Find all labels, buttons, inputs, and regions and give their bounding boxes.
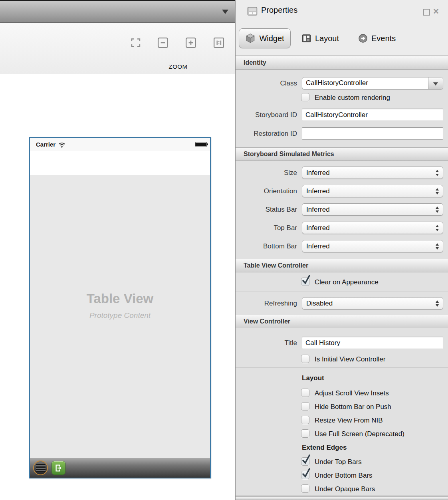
status-bar-value: Inferred — [306, 206, 330, 213]
tab-widget-label: Widget — [259, 34, 284, 43]
exit-segue-icon[interactable] — [52, 461, 65, 475]
battery-icon — [195, 142, 207, 147]
stepper-icon — [436, 170, 439, 176]
under-opaque-bars-label: Under Opaque Bars — [315, 485, 375, 493]
hide-bottom-bar-on-push-checkbox[interactable] — [301, 402, 309, 411]
layout-group-heading: Layout — [302, 374, 324, 383]
section-divider — [236, 367, 448, 368]
under-bottom-bars-checkbox[interactable] — [301, 471, 309, 479]
zoom-in-button[interactable] — [185, 37, 196, 48]
refreshing-popup[interactable]: Disabled — [302, 297, 443, 310]
tab-layout[interactable]: Layout — [301, 31, 339, 46]
section-header-label: Storyboard Simulated Metrics — [244, 148, 334, 160]
status-bar: Carrier — [30, 138, 210, 151]
stepper-icon — [436, 188, 439, 194]
enable-custom-rendering-checkbox[interactable] — [301, 93, 309, 101]
size-label: Size — [236, 169, 297, 177]
zoom-out-icon — [157, 37, 168, 48]
section-header-table-view-controller: Table View Controller — [236, 259, 448, 272]
stepper-icon — [436, 300, 439, 307]
refreshing-value: Disabled — [306, 300, 333, 307]
combo-dropdown-button[interactable] — [428, 77, 443, 89]
zoom-actual-size-button[interactable] — [213, 37, 224, 48]
chevron-down-icon[interactable] — [222, 10, 228, 14]
orientation-value: Inferred — [306, 187, 330, 195]
bottom-bar-label: Bottom Bar — [236, 242, 297, 250]
class-combobox[interactable]: CallHistoryController — [302, 77, 443, 89]
top-bar-popup[interactable]: Inferred — [302, 222, 443, 234]
is-initial-view-controller-checkbox[interactable] — [301, 355, 309, 363]
section-header-identity: Identity — [236, 56, 448, 70]
extend-edges-heading: Extend Edges — [302, 443, 347, 452]
top-bar-label: Top Bar — [236, 224, 297, 232]
section-header-label: Table View Controller — [244, 259, 308, 272]
widget-cube-icon — [245, 33, 256, 44]
properties-panel-icon — [247, 6, 258, 16]
section-divider — [236, 291, 448, 292]
size-popup[interactable]: Inferred — [302, 167, 443, 179]
table-view-controller-icon[interactable] — [33, 460, 48, 475]
table-rows-glyph — [36, 464, 46, 472]
section-header-next-clipped — [236, 496, 448, 500]
one-to-one-icon — [213, 37, 224, 48]
size-value: Inferred — [306, 169, 330, 177]
tab-events[interactable]: Events — [358, 31, 396, 46]
designer-window: ZOOM Carrier Table View — [0, 0, 448, 500]
table-view-placeholder-title: Table View — [30, 291, 210, 306]
hide-bottom-bar-on-push-label: Hide Bottom Bar on Push — [315, 403, 391, 411]
section-header-metrics: Storyboard Simulated Metrics — [236, 147, 448, 161]
panel-title: Properties — [261, 6, 297, 15]
editor-header-bar — [0, 0, 235, 23]
zoom-fit-button[interactable] — [130, 37, 141, 48]
view-controller-canvas[interactable]: Carrier Table View Prototype Content — [29, 137, 211, 478]
carrier-label: Carrier — [36, 141, 56, 148]
top-bar-value: Inferred — [306, 224, 330, 232]
refreshing-label: Refreshing — [236, 299, 297, 308]
zoom-in-icon — [185, 37, 196, 48]
resize-view-from-nib-checkbox[interactable] — [301, 416, 309, 424]
zoom-out-button[interactable] — [157, 37, 168, 48]
wifi-icon — [58, 142, 65, 148]
enable-custom-rendering-label: Enable custom rendering — [315, 93, 390, 102]
properties-panel: Properties ✕ Widget Layout — [235, 0, 448, 500]
class-label: Class — [236, 79, 297, 87]
zoom-toolbar — [0, 23, 235, 74]
orientation-label: Orientation — [236, 187, 297, 195]
adjust-scroll-view-insets-checkbox[interactable] — [301, 389, 309, 397]
table-view-placeholder-subtitle: Prototype Content — [30, 311, 210, 320]
stepper-icon — [436, 243, 439, 250]
use-full-screen-label: Use Full Screen (Deprecated) — [315, 430, 404, 438]
stepper-icon — [436, 225, 439, 231]
layout-panes-icon — [301, 34, 311, 43]
title-label: Title — [236, 339, 297, 347]
under-bottom-bars-label: Under Bottom Bars — [315, 471, 373, 480]
adjust-scroll-view-insets-label: Adjust Scroll View Insets — [315, 389, 389, 397]
clear-on-appearance-label: Clear on Appearance — [315, 278, 379, 286]
tab-widget[interactable]: Widget — [239, 28, 291, 48]
zoom-fit-icon — [130, 37, 141, 48]
canvas-pane: ZOOM Carrier Table View — [0, 0, 235, 500]
zoom-toolbar-label: ZOOM — [159, 63, 197, 70]
bottom-bar-popup[interactable]: Inferred — [302, 240, 443, 252]
under-opaque-bars-checkbox[interactable] — [301, 484, 309, 493]
title-field[interactable] — [302, 337, 443, 349]
under-top-bars-label: Under Top Bars — [315, 458, 362, 466]
restoration-id-field[interactable] — [302, 127, 443, 140]
table-header-area — [30, 151, 210, 175]
use-full-screen-checkbox[interactable] — [301, 429, 309, 438]
clear-on-appearance-checkbox[interactable] — [301, 278, 309, 286]
status-bar-popup[interactable]: Inferred — [302, 203, 443, 216]
close-icon[interactable]: ✕ — [433, 7, 439, 16]
orientation-popup[interactable]: Inferred — [302, 185, 443, 197]
view-controller-dock — [30, 458, 210, 478]
events-arrow-icon — [358, 34, 368, 43]
under-top-bars-checkbox[interactable] — [301, 457, 309, 466]
bottom-bar-value: Inferred — [306, 242, 330, 250]
storyboard-id-field[interactable] — [302, 109, 443, 121]
float-panel-icon[interactable] — [423, 9, 430, 16]
design-canvas[interactable]: Carrier Table View Prototype Content — [0, 74, 235, 500]
status-bar-label: Status Bar — [236, 205, 297, 214]
restoration-id-label: Restoration ID — [236, 129, 297, 138]
section-divider — [236, 495, 448, 496]
storyboard-id-label: Storyboard ID — [236, 111, 297, 119]
